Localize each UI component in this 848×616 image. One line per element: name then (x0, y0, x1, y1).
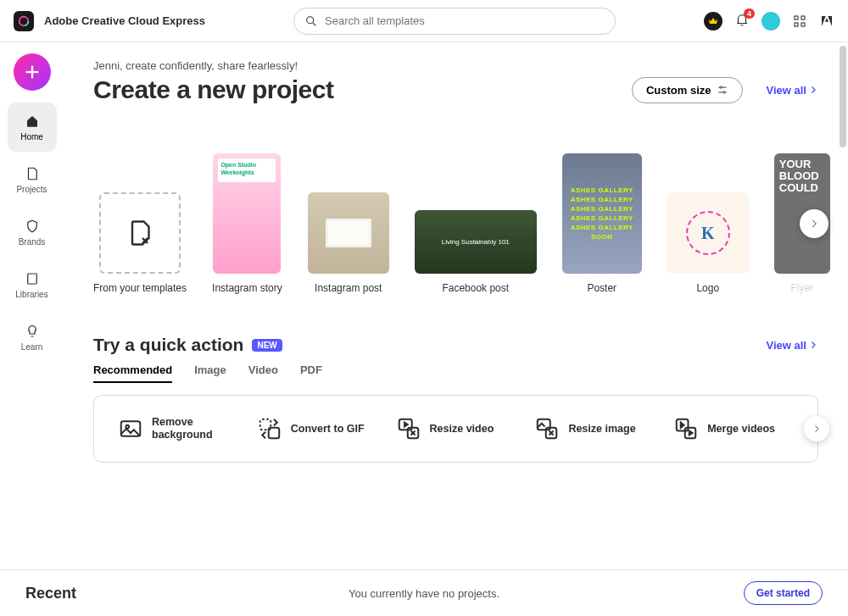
svg-marker-27 (689, 431, 693, 436)
qa-merge-videos[interactable]: Merge videos (673, 416, 794, 441)
template-facebook-post[interactable]: Living Sustainably 101 Facebook post (415, 210, 537, 294)
template-icon (125, 218, 155, 248)
template-label: Instagram story (212, 282, 282, 294)
custom-size-label: Custom size (646, 84, 711, 97)
home-icon (25, 114, 40, 129)
app-title: Adobe Creative Cloud Express (44, 14, 205, 27)
template-label: Logo (696, 282, 719, 294)
notifications-button[interactable]: 4 (734, 12, 750, 31)
template-poster[interactable]: ASHES GALLERY ASHES GALLERY ASHES GALLER… (562, 153, 642, 294)
template-label: Poster (587, 282, 616, 294)
header-right: 4 (704, 12, 834, 31)
nav-home[interactable]: Home (8, 103, 57, 152)
nav-libraries[interactable]: Libraries (8, 260, 57, 309)
notification-count: 4 (744, 8, 755, 19)
nav-label: Learn (21, 342, 43, 352)
svg-marker-25 (681, 423, 684, 428)
qa-convert-gif[interactable]: Convert to GIF (257, 416, 377, 441)
recent-footer: Recent You currently have no projects. G… (0, 569, 848, 616)
template-label: Instagram post (315, 282, 382, 294)
svg-rect-4 (795, 16, 798, 19)
tab-image[interactable]: Image (194, 363, 226, 383)
nav-brands[interactable]: Brands (8, 208, 57, 257)
sliders-icon (717, 84, 728, 96)
nav-label: Home (20, 132, 43, 142)
search-input[interactable] (325, 14, 605, 27)
template-from-your-templates[interactable]: From your templates (93, 192, 187, 294)
create-section-header: Create a new project Custom size View al… (93, 75, 818, 104)
image-resize-icon (534, 416, 560, 441)
file-icon (25, 166, 40, 181)
left-sidebar: Home Projects Brands Libraries Learn (0, 42, 64, 616)
merge-icon (673, 416, 699, 441)
convert-icon (257, 416, 282, 441)
qa-label: Resize video (430, 423, 494, 436)
recent-title: Recent (25, 585, 76, 602)
search-box[interactable] (293, 8, 616, 35)
chevron-right-icon (808, 218, 820, 230)
app-switcher-icon[interactable] (792, 14, 807, 29)
get-started-button[interactable]: Get started (744, 581, 823, 605)
shield-icon (25, 219, 40, 234)
create-fab[interactable] (14, 53, 51, 91)
qa-label: Merge videos (707, 423, 775, 436)
template-instagram-story[interactable]: Instagram story (212, 153, 282, 294)
book-icon (25, 271, 40, 286)
nav-learn[interactable]: Learn (8, 313, 57, 362)
svg-rect-6 (795, 23, 798, 26)
svg-point-14 (722, 92, 724, 93)
nav-projects[interactable]: Projects (8, 155, 57, 204)
svg-rect-7 (801, 23, 805, 26)
app-logo[interactable] (14, 11, 34, 31)
qa-resize-image[interactable]: Resize image (534, 416, 655, 441)
chevron-right-icon (812, 424, 822, 434)
svg-rect-10 (27, 274, 36, 284)
svg-point-13 (720, 86, 722, 88)
template-label: Facebook post (442, 282, 509, 294)
svg-point-2 (307, 16, 314, 23)
qa-label: Remove background (152, 416, 238, 441)
template-instagram-post[interactable]: Instagram post (308, 192, 389, 294)
nav-label: Libraries (15, 290, 47, 299)
main-content: Jenni, create confidently, share fearles… (64, 42, 848, 569)
qa-resize-video[interactable]: Resize video (396, 416, 516, 441)
premium-badge-icon[interactable] (704, 12, 722, 31)
qa-label: Resize image (568, 423, 635, 436)
qa-label: Convert to GIF (291, 423, 365, 436)
quick-actions-tabs: Recommended Image Video PDF (93, 363, 818, 383)
svg-marker-20 (404, 423, 408, 427)
video-resize-icon (396, 416, 421, 441)
user-avatar[interactable] (762, 12, 780, 31)
greeting-text: Jenni, create confidently, share fearles… (93, 59, 818, 72)
tab-video[interactable]: Video (248, 363, 278, 383)
tab-recommended[interactable]: Recommended (93, 363, 172, 383)
quick-actions-panel: Remove background Convert to GIF Resize … (93, 395, 818, 463)
qa-remove-background[interactable]: Remove background (118, 416, 238, 441)
image-remove-icon (118, 416, 143, 441)
create-view-all-link[interactable]: View all (767, 84, 818, 97)
bulb-icon (25, 324, 40, 339)
template-label: Flyer (790, 282, 813, 294)
new-badge: NEW (252, 339, 282, 352)
chevron-right-icon (808, 85, 818, 95)
svg-line-3 (313, 23, 315, 25)
top-header: Adobe Creative Cloud Express 4 (0, 0, 848, 42)
recent-empty-message: You currently have no projects. (349, 587, 499, 600)
adobe-icon[interactable] (819, 14, 834, 29)
create-title: Create a new project (93, 75, 333, 104)
tab-pdf[interactable]: PDF (300, 363, 322, 383)
quick-actions-title: Try a quick action (93, 335, 243, 355)
nav-label: Projects (16, 185, 47, 194)
chevron-right-icon (808, 340, 818, 350)
plus-icon (23, 63, 42, 81)
svg-rect-5 (801, 16, 805, 19)
quick-actions-view-all-link[interactable]: View all (767, 339, 818, 352)
quick-actions-next-button[interactable] (804, 416, 829, 441)
quick-actions-header: Try a quick action NEW View all (93, 335, 818, 355)
template-label: From your templates (93, 282, 187, 294)
search-icon (304, 14, 318, 28)
template-logo[interactable]: K Logo (667, 192, 749, 294)
template-carousel: From your templates Instagram story Inst… (93, 153, 818, 294)
nav-label: Brands (19, 237, 46, 247)
custom-size-button[interactable]: Custom size (632, 77, 743, 103)
